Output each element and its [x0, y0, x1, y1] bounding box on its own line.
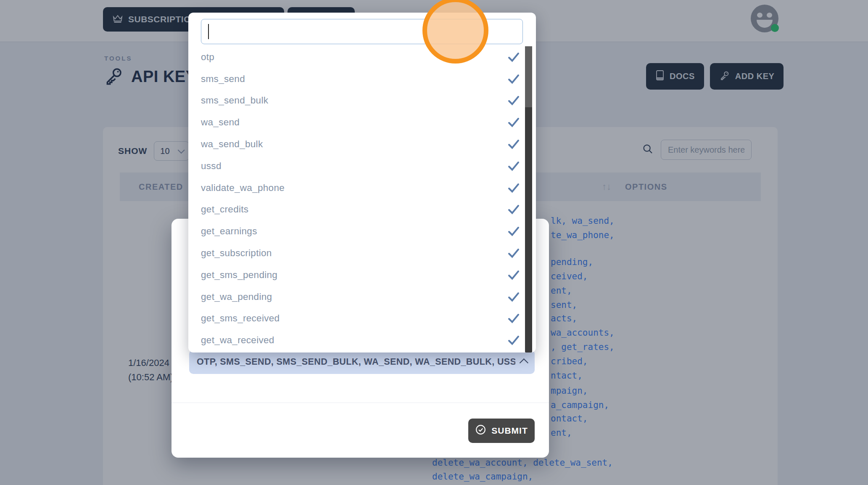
- permission-option-label: get_sms_received: [201, 313, 280, 324]
- submit-button[interactable]: SUBMIT: [468, 419, 535, 443]
- permissions-dropdown-panel: otp sms_send sms_send_bulk wa_send: [188, 13, 536, 352]
- check-icon: [507, 117, 520, 128]
- permission-option-label: ussd: [201, 161, 222, 172]
- permission-option-label: get_wa_received: [201, 335, 274, 346]
- permission-option[interactable]: wa_send_bulk: [188, 133, 536, 155]
- permission-option-label: get_wa_pending: [201, 292, 272, 302]
- check-icon: [507, 95, 520, 106]
- permission-option[interactable]: get_wa_received: [188, 329, 536, 351]
- permission-option-label: get_subscription: [201, 248, 272, 259]
- check-icon: [507, 226, 520, 237]
- text-caret: [208, 24, 209, 39]
- permission-option-label: get_earnings: [201, 226, 257, 237]
- check-icon: [507, 52, 520, 63]
- permission-option[interactable]: sms_send: [188, 68, 536, 90]
- check-icon: [507, 161, 520, 172]
- permission-option[interactable]: get_credits: [188, 199, 536, 221]
- option-list: otp sms_send sms_send_bulk wa_send: [188, 46, 536, 352]
- check-icon: [507, 139, 520, 150]
- permission-option-label: wa_send_bulk: [201, 139, 263, 150]
- permission-option-label: sms_send_bulk: [201, 95, 268, 106]
- check-icon: [507, 204, 520, 215]
- check-icon: [507, 183, 520, 193]
- permission-option[interactable]: ussd: [188, 155, 536, 177]
- permission-option[interactable]: sms_send_bulk: [188, 90, 536, 112]
- permission-option[interactable]: get_subscription: [188, 242, 536, 264]
- permission-option[interactable]: wa_send: [188, 111, 536, 133]
- check-circle-icon: [475, 424, 486, 437]
- option-filter-input[interactable]: [201, 19, 523, 44]
- permission-option[interactable]: get_sms_pending: [188, 264, 536, 286]
- permission-option-label: get_credits: [201, 204, 248, 215]
- permission-option-label: otp: [201, 52, 214, 63]
- check-icon: [507, 313, 520, 324]
- modal-footer-divider: [171, 403, 549, 403]
- permission-option-label: validate_wa_phone: [201, 183, 285, 193]
- permission-option[interactable]: validate_wa_phone: [188, 177, 536, 199]
- permission-option[interactable]: get_sms_received: [188, 308, 536, 330]
- permission-option[interactable]: otp: [188, 46, 536, 68]
- chevron-up-icon: [520, 358, 528, 367]
- dropdown-scrollbar[interactable]: [525, 46, 532, 352]
- selected-permissions-value: OTP, SMS_SEND, SMS_SEND_BULK, WA_SEND, W…: [197, 357, 515, 367]
- scrollbar-thumb[interactable]: [525, 46, 532, 107]
- permission-option-label: wa_send: [201, 117, 240, 128]
- check-icon: [507, 335, 520, 346]
- permission-option-label: get_sms_pending: [201, 270, 277, 281]
- permissions-multiselect-trigger[interactable]: OTP, SMS_SEND, SMS_SEND_BULK, WA_SEND, W…: [189, 350, 535, 374]
- check-icon: [507, 292, 520, 302]
- check-icon: [507, 248, 520, 259]
- permission-option[interactable]: get_earnings: [188, 220, 536, 242]
- permission-option-label: sms_send: [201, 74, 245, 85]
- permission-option[interactable]: get_wa_pending: [188, 286, 536, 308]
- submit-button-label: SUBMIT: [491, 426, 528, 436]
- check-icon: [507, 270, 520, 281]
- check-icon: [507, 74, 520, 85]
